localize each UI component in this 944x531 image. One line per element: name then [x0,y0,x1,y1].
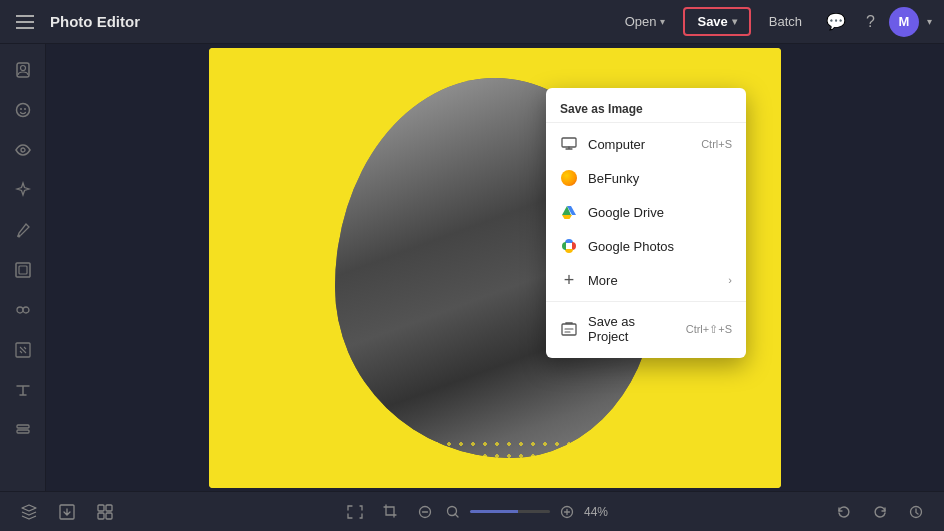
save-gphotos-label: Google Photos [588,239,732,254]
zoom-out-button[interactable] [414,501,436,523]
svg-rect-22 [98,513,104,519]
svg-point-2 [16,104,29,117]
zoom-percentage: 44% [584,505,608,519]
bottom-bar: 44% [0,491,944,531]
zoom-in-button[interactable] [556,501,578,523]
zoom-slider[interactable] [470,510,550,513]
svg-point-10 [23,307,29,313]
sidebar-item-paint[interactable] [5,212,41,248]
gdrive-icon [560,203,578,221]
save-befunky-item[interactable]: BeFunky [546,161,746,195]
zoom-reset-button[interactable] [442,501,464,523]
menu-icon[interactable] [12,11,38,33]
svg-point-5 [21,148,25,152]
svg-point-4 [24,108,26,110]
sidebar-item-effects[interactable] [5,172,41,208]
svg-point-3 [20,108,22,110]
svg-point-1 [20,66,25,71]
sidebar-item-portrait[interactable] [5,52,41,88]
avatar-chevron: ▾ [927,16,932,27]
bottom-left-tools [16,499,118,525]
bottom-center-tools: 44% [342,499,608,525]
monitor-icon [560,135,578,153]
header: Photo Editor Open ▾ Save ▾ Batch 💬 ? M ▾ [0,0,944,44]
bottom-right-tools [832,500,928,524]
svg-rect-8 [19,266,27,274]
app-title: Photo Editor [50,13,603,30]
svg-rect-14 [562,138,576,147]
save-computer-shortcut: Ctrl+S [701,138,732,150]
sidebar-item-layers[interactable] [5,412,41,448]
befunky-icon [560,169,578,187]
save-project-shortcut: Ctrl+⇧+S [686,323,732,336]
dropdown-divider [546,301,746,302]
export-button[interactable] [54,499,80,525]
sidebar-item-frame[interactable] [5,252,41,288]
svg-point-9 [17,307,23,313]
crop-button[interactable] [378,499,404,525]
batch-button[interactable]: Batch [759,8,812,35]
help-button[interactable]: ? [860,7,881,37]
sidebar-item-group[interactable] [5,292,41,328]
save-chevron: ▾ [732,16,737,27]
layers-button[interactable] [16,499,42,525]
redo-button[interactable] [868,500,892,524]
svg-rect-7 [16,263,30,277]
main-area: Save as Image Computer Ctrl+S BeFunky [0,44,944,491]
project-icon [560,320,578,338]
canvas-area: Save as Image Computer Ctrl+S BeFunky [46,44,944,491]
save-button[interactable]: Save ▾ [683,7,750,36]
dropdown-header: Save as Image [546,94,746,123]
svg-rect-20 [98,505,104,511]
history-button[interactable] [904,500,928,524]
save-project-item[interactable]: Save as Project Ctrl+⇧+S [546,306,746,352]
sidebar-item-text[interactable] [5,372,41,408]
save-gdrive-label: Google Drive [588,205,732,220]
svg-point-6 [17,235,20,238]
svg-rect-23 [106,513,112,519]
header-right: Open ▾ Save ▾ Batch 💬 ? M ▾ [615,6,932,37]
help-icon: ? [866,13,875,31]
plus-icon: + [560,271,578,289]
save-computer-label: Computer [588,137,691,152]
fit-button[interactable] [342,499,368,525]
sidebar [0,44,46,491]
svg-rect-21 [106,505,112,511]
sidebar-item-eye[interactable] [5,132,41,168]
open-chevron: ▾ [660,16,665,27]
sidebar-item-faces[interactable] [5,92,41,128]
open-button[interactable]: Open ▾ [615,8,676,35]
svg-marker-17 [562,215,572,219]
svg-rect-13 [17,430,29,433]
svg-rect-12 [17,425,29,428]
save-more-item[interactable]: + More › [546,263,746,297]
save-dropdown: Save as Image Computer Ctrl+S BeFunky [546,88,746,358]
zoom-controls: 44% [414,501,608,523]
save-more-label: More [588,273,718,288]
scatter-dots [395,438,595,478]
save-computer-item[interactable]: Computer Ctrl+S [546,127,746,161]
save-gphotos-item[interactable]: Google Photos [546,229,746,263]
grid-button[interactable] [92,499,118,525]
chat-icon: 💬 [826,12,846,31]
save-gdrive-item[interactable]: Google Drive [546,195,746,229]
more-arrow-icon: › [728,274,732,286]
gphotos-icon [560,237,578,255]
save-project-label: Save as Project [588,314,676,344]
chat-button[interactable]: 💬 [820,6,852,37]
undo-button[interactable] [832,500,856,524]
save-befunky-label: BeFunky [588,171,732,186]
avatar[interactable]: M [889,7,919,37]
sidebar-item-textures[interactable] [5,332,41,368]
